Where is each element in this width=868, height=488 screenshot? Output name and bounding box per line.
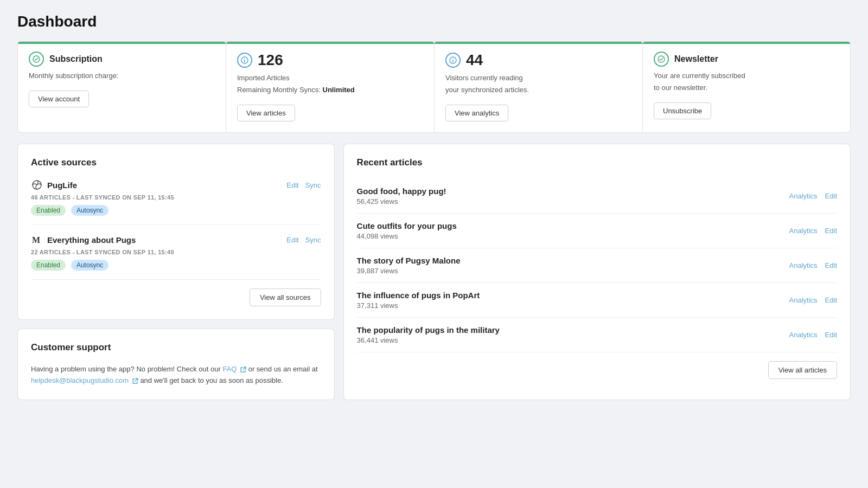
info-icon-articles: i	[237, 53, 252, 68]
article-4-edit-button[interactable]: Edit	[825, 296, 837, 304]
source-puglife: PugLife Edit Sync 46 ARTICLES - LAST SYN…	[31, 179, 321, 225]
unlimited-label: Unlimited	[323, 86, 355, 94]
view-articles-button[interactable]: View articles	[237, 105, 295, 121]
customer-support-panel: Customer support Having a problem using …	[17, 329, 335, 400]
faq-link[interactable]: FAQ	[222, 365, 248, 373]
article-row-4: The influence of pugs in PopArt 37,311 v…	[357, 283, 837, 318]
recent-articles-panel: Recent articles Good food, happy pug! 56…	[343, 144, 851, 400]
support-text-after: and we'll get back to you as soon as pos…	[140, 376, 283, 384]
article-5-views: 36,441 views	[357, 336, 500, 344]
everything-pugs-meta: 22 ARTICLES - LAST SYNCED ON SEP 11, 15:…	[31, 249, 321, 255]
articles-count: 126	[258, 52, 283, 69]
visitors-line1: Visitors currently reading	[445, 73, 631, 83]
external-link-icon-2	[132, 378, 138, 384]
main-grid: Active sources PugLife	[17, 144, 851, 400]
article-2-edit-button[interactable]: Edit	[825, 227, 837, 235]
svg-text:M: M	[32, 235, 40, 245]
everything-pugs-sync-button[interactable]: Sync	[305, 236, 321, 244]
everything-pugs-name: Everything about Pugs	[47, 235, 136, 245]
everything-pugs-autosync-badge: Autosync	[71, 260, 108, 271]
support-text-before-faq: Having a problem using the app? No probl…	[31, 365, 221, 373]
article-1-views: 56,425 views	[357, 197, 446, 206]
external-link-icon	[240, 367, 246, 373]
article-4-views: 37,311 views	[357, 301, 480, 310]
info-icon-visitors: i	[445, 53, 461, 68]
check-icon	[29, 52, 44, 67]
support-text-middle: or send us an email at	[248, 365, 318, 373]
source-everything-pugs: M Everything about Pugs Edit Sync 22 ART…	[31, 234, 321, 280]
articles-card: i 126 Imported Articles Remaining Monthl…	[226, 41, 434, 133]
article-4-analytics-button[interactable]: Analytics	[789, 296, 818, 304]
imported-articles-label: Imported Articles	[237, 73, 423, 83]
article-1-title: Good food, happy pug!	[357, 187, 446, 196]
active-sources-panel: Active sources PugLife	[17, 144, 335, 320]
visitors-line2: your synchronized articles.	[445, 85, 631, 95]
article-3-title: The story of Pugsy Malone	[357, 256, 461, 265]
article-3-analytics-button[interactable]: Analytics	[789, 261, 818, 269]
puglife-enabled-badge: Enabled	[31, 205, 66, 216]
newsletter-title: Newsletter	[674, 54, 718, 64]
top-cards: Subscription Monthly subscription charge…	[17, 41, 851, 133]
visitors-card: i 44 Visitors currently reading your syn…	[434, 41, 642, 133]
newsletter-line2: to our newsletter.	[654, 83, 839, 93]
article-row-2: Cute outfits for your pugs 44,098 views …	[357, 214, 837, 248]
subscription-title: Subscription	[49, 54, 103, 64]
page-title: Dashboard	[17, 13, 851, 30]
puglife-edit-button[interactable]: Edit	[286, 181, 298, 189]
article-1-edit-button[interactable]: Edit	[825, 192, 837, 200]
puglife-icon	[31, 179, 43, 191]
article-5-analytics-button[interactable]: Analytics	[789, 331, 818, 339]
article-2-views: 44,098 views	[357, 232, 457, 240]
visitors-count: 44	[466, 52, 483, 69]
puglife-autosync-badge: Autosync	[71, 205, 108, 216]
view-account-button[interactable]: View account	[29, 91, 89, 107]
newsletter-line1: Your are currently subscribed	[654, 71, 839, 81]
svg-text:i: i	[244, 57, 246, 63]
support-text: Having a problem using the app? No probl…	[31, 364, 321, 387]
subscription-card: Subscription Monthly subscription charge…	[17, 41, 226, 133]
customer-support-title: Customer support	[31, 342, 321, 353]
medium-icon: M	[31, 234, 43, 246]
article-4-title: The influence of pugs in PopArt	[357, 291, 480, 300]
article-5-title: The popularity of pugs in the military	[357, 325, 500, 335]
article-5-edit-button[interactable]: Edit	[825, 331, 837, 339]
newsletter-card: Newsletter Your are currently subscribed…	[642, 41, 851, 133]
article-row-3: The story of Pugsy Malone 39,887 views A…	[357, 248, 837, 283]
everything-pugs-edit-button[interactable]: Edit	[286, 236, 298, 244]
remaining-syncs: Remaining Monthly Syncs: Unlimited	[237, 85, 423, 95]
view-all-articles-button[interactable]: View all articles	[768, 361, 837, 379]
support-email-link[interactable]: helpdesk@blackpugstudio.com	[31, 376, 140, 384]
article-2-analytics-button[interactable]: Analytics	[789, 227, 818, 235]
svg-text:i: i	[452, 57, 454, 63]
subscription-subtitle: Monthly subscription charge:	[29, 71, 215, 81]
article-row-5: The popularity of pugs in the military 3…	[357, 318, 837, 352]
active-sources-title: Active sources	[31, 157, 321, 168]
article-1-analytics-button[interactable]: Analytics	[789, 192, 818, 200]
left-column: Active sources PugLife	[17, 144, 335, 400]
unsubscribe-button[interactable]: Unsubscribe	[654, 102, 711, 119]
recent-articles-title: Recent articles	[357, 157, 837, 168]
puglife-name: PugLife	[47, 181, 77, 190]
view-all-sources-button[interactable]: View all sources	[250, 288, 321, 306]
article-row-1: Good food, happy pug! 56,425 views Analy…	[357, 179, 837, 214]
article-2-title: Cute outfits for your pugs	[357, 221, 457, 230]
view-analytics-button[interactable]: View analytics	[445, 105, 508, 121]
article-3-views: 39,887 views	[357, 267, 461, 275]
puglife-meta: 46 ARTICLES - LAST SYNCED ON SEP 11, 15:…	[31, 194, 321, 201]
everything-pugs-enabled-badge: Enabled	[31, 260, 66, 271]
puglife-sync-button[interactable]: Sync	[305, 181, 321, 189]
article-3-edit-button[interactable]: Edit	[825, 261, 837, 269]
check-icon-newsletter	[654, 52, 669, 67]
